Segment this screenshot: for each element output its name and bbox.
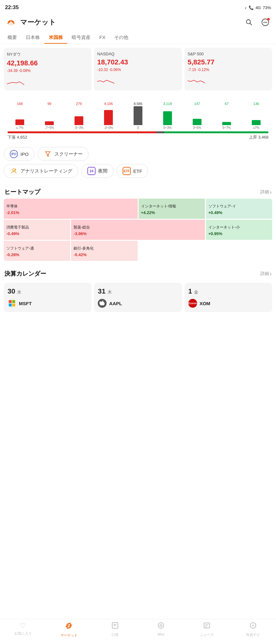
- svg-point-3: [12, 21, 14, 23]
- aapl-ticker: AAPL: [109, 301, 122, 306]
- notification-dot: [267, 18, 270, 20]
- heatmap-detail-button[interactable]: 詳細: [260, 189, 272, 195]
- svg-rect-15: [9, 304, 12, 306]
- dist-count-7: 147: [194, 102, 200, 106]
- analyst-button[interactable]: アナリストレーティング: [4, 164, 78, 178]
- more-button[interactable]: [260, 17, 271, 28]
- heatmap-name-software-adapt: ソフトウェア-適: [6, 246, 68, 251]
- dist-col-5: 8,586 0: [123, 102, 153, 129]
- app-logo: [5, 16, 17, 28]
- moo-icon: [157, 622, 165, 631]
- svg-point-7: [263, 22, 264, 23]
- heatmap-cell-semiconductor[interactable]: 半導体 -2.01%: [4, 199, 138, 219]
- heatmap-cell-bank[interactable]: 銀行-多角化 -0.42%: [71, 241, 137, 261]
- heatmap-cell-software-i[interactable]: ソフトウェア-イ +0.49%: [206, 199, 272, 219]
- dist-col-4: 4,106 -3~0%: [94, 102, 123, 129]
- header-icons: [243, 17, 271, 28]
- news-icon: [203, 622, 211, 631]
- heatmap-pct-internet-info: +4.22%: [141, 210, 202, 215]
- qa-row-2: アナリストレーティング 24 夜間 ETF ETF: [4, 164, 272, 178]
- screener-button[interactable]: スクリーナー: [38, 147, 89, 161]
- etf-button[interactable]: ETF ETF: [117, 164, 148, 178]
- bottom-nav: ♡ お気に入り マーケット 口座: [0, 619, 276, 644]
- qa-row-1: IPO IPO スクリーナー: [4, 147, 272, 161]
- svg-marker-10: [45, 152, 50, 157]
- dist-label-4: -3~0%: [104, 126, 113, 129]
- call-icon: 📞: [249, 5, 254, 10]
- svg-point-26: [161, 625, 162, 626]
- nav-item-invest-navi[interactable]: 投資ナビ: [244, 622, 262, 638]
- heatmap-cell-software-adapt[interactable]: ソフトウェア-適 -0.28%: [4, 241, 70, 261]
- heatmap-cell-internet-info[interactable]: インターネット-情報 +4.22%: [139, 199, 205, 219]
- dist-count-9: 136: [253, 102, 259, 106]
- heatmap-name-pharma: 製薬-総合: [74, 225, 202, 230]
- favorites-icon: ♡: [20, 622, 26, 630]
- sp500-name: S&P 500: [188, 52, 269, 56]
- dist-col-6: 3,118 0~3%: [153, 102, 182, 129]
- tab-japan[interactable]: 日本株: [21, 32, 44, 44]
- svg-point-8: [265, 22, 266, 23]
- network-icon: 4G: [256, 5, 261, 10]
- screener-icon: [44, 150, 52, 158]
- index-card-nasdaq[interactable]: NASDAQ 18,702.43 -10.32 -0.06%: [94, 48, 182, 91]
- heatmap-cell-consumer-electronics[interactable]: 消費電子製品 -0.49%: [4, 220, 70, 240]
- heatmap-cell-internet-small[interactable]: インターネット-小 +0.95%: [206, 220, 272, 240]
- svg-rect-22: [113, 624, 117, 625]
- msft-logo: [8, 299, 16, 308]
- nav-item-account[interactable]: 口座: [106, 622, 124, 638]
- cal-card-31[interactable]: 31 木 AAPL: [94, 283, 182, 312]
- heatmap-pct-internet-small: +0.95%: [208, 231, 270, 236]
- tab-fx[interactable]: FX: [95, 32, 110, 44]
- nydow-name: NYダウ: [7, 52, 88, 57]
- dist-bar-8: [222, 122, 231, 125]
- nav-item-moo[interactable]: Moo: [152, 622, 170, 638]
- dist-count-8: 67: [225, 102, 229, 106]
- tab-other[interactable]: その他: [110, 32, 133, 44]
- dist-count-4: 4,106: [104, 102, 113, 106]
- rise-label: 上昇 3,468: [249, 135, 268, 140]
- tab-crypto[interactable]: 暗号資産: [67, 32, 95, 44]
- nasdaq-change: -10.32 -0.06%: [97, 68, 179, 72]
- nav-item-market[interactable]: マーケット: [59, 622, 78, 638]
- heatmap-name-internet-small: インターネット-小: [208, 225, 270, 230]
- dist-label-7: 3~5%: [193, 126, 201, 129]
- svg-rect-14: [12, 300, 15, 303]
- sp500-value: 5,825.77: [188, 58, 269, 66]
- svg-point-2: [8, 21, 10, 23]
- header-left: マーケット: [5, 16, 56, 28]
- search-button[interactable]: [243, 17, 255, 28]
- dist-col-9: 136 ≥7%: [241, 102, 271, 129]
- heatmap-name-software-i: ソフトウェア-イ: [208, 204, 270, 209]
- dist-label-2: -7~5%: [45, 126, 54, 129]
- moo-label: Moo: [157, 632, 164, 636]
- calendar-chevron: [270, 271, 272, 277]
- index-card-nydow[interactable]: NYダウ 42,198.66 -34.39 -0.08%: [4, 48, 91, 91]
- night-label: 夜間: [98, 168, 108, 174]
- heatmap-chevron: [270, 189, 272, 195]
- calendar-cards: 30 水 MSFT 31 木: [0, 280, 276, 317]
- cal-card-30[interactable]: 30 水 MSFT: [4, 283, 91, 312]
- dist-count-1: 168: [17, 102, 23, 106]
- tab-us[interactable]: 米国株: [44, 32, 67, 44]
- dist-bar-4: [104, 110, 113, 125]
- cal-day-1: 金: [194, 289, 198, 295]
- nav-item-favorites[interactable]: ♡ お気に入り: [14, 622, 32, 638]
- invest-navi-label: 投資ナビ: [246, 632, 260, 637]
- nasdaq-name: NASDAQ: [97, 52, 179, 56]
- status-icons: ♪ 📞 4G 73%: [245, 5, 271, 10]
- heatmap-grid: 半導体 -2.01% インターネット-情報 +4.22% ソフトウェア-イ +0…: [4, 199, 272, 261]
- nydow-change: -34.39 -0.08%: [7, 69, 88, 73]
- cal-card-1[interactable]: 1 金 Exxon XOM: [185, 283, 272, 312]
- night-button[interactable]: 24 夜間: [81, 164, 113, 178]
- fall-rise: 下落 4,652 上昇 3,468: [4, 133, 272, 143]
- tab-overview[interactable]: 概要: [3, 32, 21, 44]
- ipo-button[interactable]: IPO IPO: [4, 147, 35, 161]
- sp500-change: -7.15 -0.12%: [188, 68, 269, 72]
- heatmap-cell-pharma[interactable]: 製薬-総合 -3.96%: [71, 220, 205, 240]
- svg-rect-13: [9, 300, 12, 303]
- calendar-detail-button[interactable]: 詳細: [260, 271, 272, 277]
- nav-item-news[interactable]: ニュース: [197, 622, 216, 638]
- screener-label: スクリーナー: [54, 151, 83, 157]
- svg-point-9: [266, 22, 267, 23]
- index-card-sp500[interactable]: S&P 500 5,825.77 -7.15 -0.12%: [185, 48, 272, 91]
